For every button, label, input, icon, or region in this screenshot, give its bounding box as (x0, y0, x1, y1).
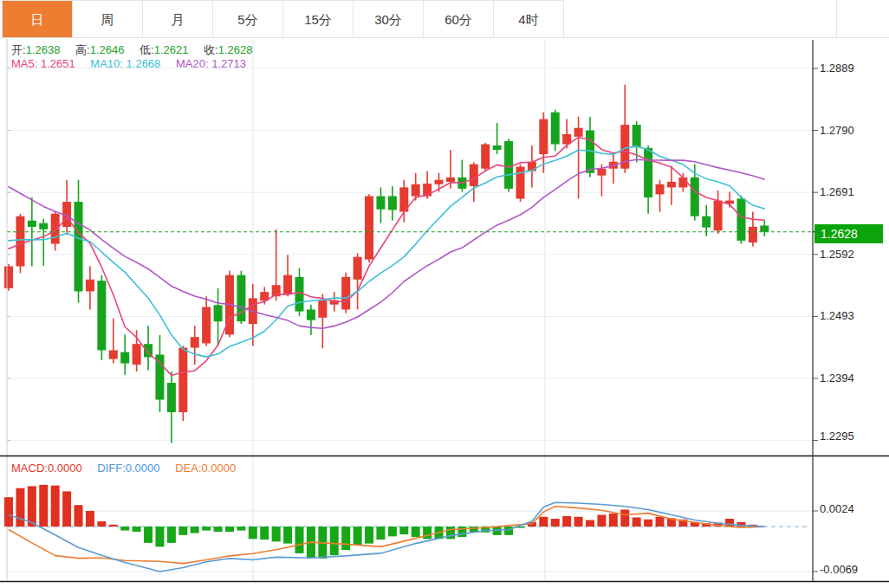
ohlc-legend: 开:1.2638 高:1.2646 低:1.2621 收:1.2628 (11, 42, 264, 58)
candlestick-macd-svg (0, 0, 889, 588)
price-tick-4: 1.2592 (820, 248, 854, 261)
price-tick-1: 1.2889 (820, 61, 854, 74)
trading-chart-app: 日 周 月 5分 15分 30分 60分 4时 开:1.2638 高:1.264… (0, 0, 889, 588)
tab-week[interactable]: 周 (73, 1, 143, 38)
high-value: 1.2646 (90, 43, 125, 56)
diff-value: 0.0000 (126, 462, 160, 475)
open-value: 1.2638 (26, 43, 61, 56)
price-tick-3: 1.2691 (820, 185, 854, 198)
price-tick-2: 1.2790 (820, 124, 854, 137)
current-price-badge: 1.2628 (814, 224, 883, 243)
ma5-value: 1.2651 (41, 57, 75, 70)
open-label: 开: (11, 43, 26, 56)
ma-legend: MA5: 1.2651 MA10: 1.2668 MA20: 1.2713 (11, 57, 258, 70)
ma20-label: MA20: (176, 57, 209, 70)
tab-month[interactable]: 月 (143, 1, 213, 38)
close-value: 1.2628 (218, 43, 253, 56)
price-tick-5: 1.2493 (820, 309, 854, 322)
ma10-label: MA10: (90, 57, 123, 70)
tabbar-end-divider (836, 0, 837, 37)
ma5-label: MA5: (11, 57, 37, 70)
period-tabbar: 日 周 月 5分 15分 30分 60分 4时 (2, 0, 564, 38)
low-label: 低: (140, 43, 154, 56)
price-tick-6: 1.2394 (820, 372, 854, 384)
dea-label: DEA: (175, 462, 201, 475)
low-value: 1.2621 (154, 43, 189, 56)
macd-label: MACD: (11, 462, 48, 475)
price-tick-7: 1.2295 (820, 430, 854, 443)
tab-60min[interactable]: 60分 (424, 1, 494, 38)
tab-day[interactable]: 日 (3, 1, 73, 38)
tabbar-underline (0, 37, 889, 38)
ma20-value: 1.2713 (211, 57, 246, 70)
tab-30min[interactable]: 30分 (354, 1, 424, 38)
close-label: 收: (204, 43, 218, 56)
chart-canvas[interactable] (0, 0, 889, 588)
tab-4hour[interactable]: 4时 (494, 1, 564, 38)
high-label: 高: (75, 43, 90, 56)
macd-value: 0.0000 (48, 462, 82, 475)
ma10-value: 1.2668 (127, 57, 161, 70)
tab-5min[interactable]: 5分 (213, 1, 283, 38)
tab-15min[interactable]: 15分 (283, 1, 354, 38)
macd-legend: MACD:0.0000 DIFF:0.0000 DEA:0.0000 (11, 462, 248, 475)
macd-tick-2: -0.0069 (820, 563, 858, 576)
macd-tick-1: 0.0024 (820, 502, 854, 515)
dea-value: 0.0000 (202, 462, 237, 475)
diff-label: DIFF: (97, 462, 126, 475)
